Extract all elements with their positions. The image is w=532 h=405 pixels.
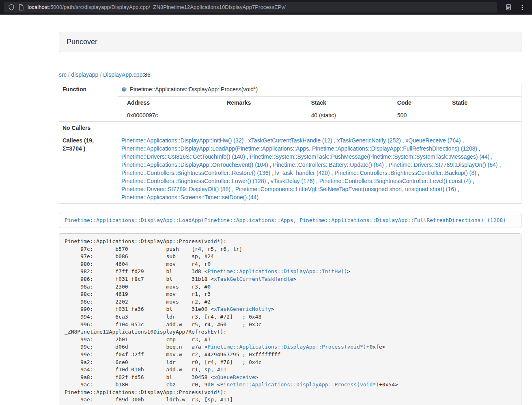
- static-value: [449, 109, 515, 122]
- breadcrumb: src / displayapp / DisplayApp.cpp:86: [59, 71, 521, 78]
- metrics-header-row: AddressRemarksStackCodeStatic: [124, 97, 515, 109]
- callee-link[interactable]: Pinetime::Controllers::Battery::Update()…: [273, 162, 384, 168]
- reader-mode-icon[interactable]: [503, 2, 514, 13]
- selected-callee-box: Pinetime::Applications::DisplayApp::Load…: [59, 213, 521, 228]
- symbol-link[interactable]: xTaskGetCurrentTaskHandle: [214, 276, 293, 282]
- breadcrumb-separator: /: [67, 71, 71, 78]
- callee-link[interactable]: vTaskDelay (176): [271, 178, 314, 184]
- url-text: localhost:5000/path/src/displayapp/Displ…: [28, 4, 286, 10]
- page-container: Puncover src / displayapp / DisplayApp.c…: [53, 32, 528, 405]
- callee-separator: ,: [268, 162, 273, 168]
- column-header: Stack: [308, 97, 394, 109]
- callee-separator: ,: [243, 137, 248, 144]
- page-info-icon[interactable]: [18, 4, 24, 11]
- no-callers-cell: [118, 122, 521, 134]
- code-line: 9a2: 6ce0 ldr r0, [r4, #76] ; 0x4c: [65, 359, 516, 366]
- cube-icon: [121, 86, 127, 94]
- stack-value: 40 (static): [308, 109, 394, 122]
- callee-link[interactable]: lv_task_handler (420): [275, 170, 330, 176]
- callees-row: Callees (19, Σ=3704 ) Pinetime::Applicat…: [59, 134, 521, 204]
- url-bar[interactable]: localhost:5000/path/src/displayapp/Displ…: [4, 2, 497, 13]
- breadcrumb-separator: /: [98, 71, 103, 78]
- code-line: 98a: 2300 movs r3, #0: [65, 283, 516, 291]
- metrics-value-row: 0x0000097c 40 (static) 500: [124, 109, 515, 122]
- symbol-link[interactable]: Pinetime::Applications::DisplayApp::Proc…: [207, 344, 366, 350]
- callee-separator: ,: [477, 145, 480, 152]
- callee-separator: ,: [456, 186, 459, 192]
- code-line: _ZN8Pinetime12Applications10DisplayApp7R…: [65, 328, 516, 336]
- page-title: Puncover: [67, 38, 97, 46]
- callee-separator: ,: [489, 153, 493, 160]
- function-table: Function Pinetime::Applications::Display…: [59, 83, 521, 204]
- code-line: 97e: b086 sub sp, #24: [65, 253, 516, 261]
- code-line: 9a4: f10d 010b add.w r1, sp, #11: [65, 366, 516, 374]
- code-line: 9ac: b180 cbz r0, 9d0 <Pinetime::Applica…: [65, 381, 516, 389]
- callee-link[interactable]: xTaskGetCurrentTaskHandle (12): [248, 137, 332, 144]
- selected-callee-link[interactable]: Pinetime::Applications::DisplayApp::Load…: [65, 217, 506, 223]
- callee-link[interactable]: Pinetime::Controllers::BrightnessControl…: [121, 170, 270, 176]
- callee-separator: ,: [314, 178, 319, 184]
- symbol-link[interactable]: xTaskGenericNotify: [214, 306, 271, 312]
- code-line: 982: f7ff fd29 bl 3d8 <Pinetime::Applica…: [65, 268, 516, 276]
- code-line: 996: f104 053c add.w r5, r4, #60 ; 0x3c: [65, 321, 516, 329]
- callee-separator: ,: [266, 178, 271, 184]
- remarks-value: [224, 109, 308, 122]
- column-header: Remarks: [224, 97, 308, 109]
- callee-link[interactable]: Pinetime::Drivers::Cst816S::GetTouchInfo…: [121, 153, 245, 160]
- code-line: 99a: 2b01 cmp r3, #1: [65, 336, 516, 344]
- code-line: 990: f031 fa36 bl 31e00 <xTaskGenericNot…: [65, 306, 516, 313]
- code-line: 99c: d06d beq.n a7a <Pinetime::Applicati…: [65, 343, 516, 351]
- divider: [59, 64, 521, 64]
- disassembly-code: Pinetime::Applications::DisplayApp::Proc…: [65, 238, 516, 405]
- callee-link[interactable]: Pinetime::Applications::DisplayApp::OnTo…: [121, 162, 268, 168]
- callee-separator: ,: [245, 153, 250, 160]
- callee-separator: ,: [461, 137, 464, 144]
- column-header: Static: [449, 97, 515, 109]
- callee-separator: ,: [471, 178, 474, 184]
- callees-label: Callees (19, Σ=3704 ): [59, 134, 118, 204]
- shield-icon[interactable]: [8, 4, 15, 11]
- column-header: Code: [394, 97, 449, 109]
- callee-separator: ,: [270, 170, 275, 176]
- code-line: 980: 4604 mov r4, r0: [65, 261, 516, 268]
- url-path: :5000/path/src/displayapp/DisplayApp.cpp…: [49, 4, 286, 10]
- callee-link[interactable]: Pinetime::System::SystemTask::PushMessag…: [250, 153, 490, 160]
- symbol-link[interactable]: Pinetime::Applications::DisplayApp::Init…: [207, 268, 347, 274]
- callee-link[interactable]: Pinetime::Applications::DisplayApp::Init…: [121, 137, 243, 144]
- breadcrumb-link[interactable]: displayapp: [71, 71, 98, 78]
- callee-link[interactable]: xTaskGenericNotify (252): [337, 137, 401, 144]
- function-row: Function Pinetime::Applications::Display…: [59, 83, 521, 97]
- callee-separator: ,: [476, 170, 480, 176]
- callee-link[interactable]: Pinetime::Drivers::St7789::DisplayOff() …: [121, 186, 230, 192]
- breadcrumb-link[interactable]: DisplayApp.cpp: [103, 71, 142, 78]
- code-line: 99e: f04f 32ff mov.w r2, #4294967295 ; 0…: [65, 351, 516, 359]
- callee-link[interactable]: Pinetime::Applications::Screens::Timer::…: [121, 194, 258, 200]
- function-name-cell: Pinetime::Applications::DisplayApp::Proc…: [118, 83, 521, 97]
- metrics-row: AddressRemarksStackCodeStatic 0x0000097c…: [59, 97, 521, 122]
- callee-separator: ,: [332, 137, 337, 144]
- callee-link[interactable]: Pinetime::Controllers::BrightnessControl…: [121, 178, 266, 184]
- browser-window: localhost:5000/path/src/displayapp/Displ…: [0, 0, 532, 405]
- function-label: Function: [59, 83, 118, 122]
- no-callers-row: No Callers: [59, 122, 521, 134]
- symbol-link[interactable]: xQueueReceive: [214, 374, 255, 380]
- callee-link[interactable]: xQueueReceive (764): [405, 137, 461, 144]
- function-name: Pinetime::Applications::DisplayApp::Proc…: [130, 86, 258, 93]
- symbol-link[interactable]: Pinetime::Applications::DisplayApp::Proc…: [220, 381, 379, 388]
- callee-separator: ,: [330, 170, 335, 176]
- code-line: 9a8: f02f fd56 bl 30458 <xQueueReceive>: [65, 374, 516, 381]
- callees-list: Pinetime::Applications::DisplayApp::Init…: [118, 134, 521, 204]
- code-line: 986: f031 f8c7 bl 31b18 <xTaskGetCurrent…: [65, 276, 516, 283]
- callee-link[interactable]: Pinetime::Components::LittleVgl::SetNewT…: [235, 186, 456, 192]
- kebab-menu-icon[interactable]: [517, 2, 528, 13]
- breadcrumb-link[interactable]: src: [59, 71, 67, 78]
- callee-link[interactable]: Pinetime::Controllers::BrightnessControl…: [319, 178, 471, 184]
- code-line: 9ae: f89d 300b ldrb.w r3, [sp, #11]: [65, 396, 516, 404]
- code-line: Pinetime::Applications::DisplayApp::Proc…: [65, 389, 516, 396]
- callee-link[interactable]: Pinetime::Drivers::St7789::DisplayOn() (…: [388, 162, 498, 168]
- code-line: Pinetime::Applications::DisplayApp::Proc…: [65, 238, 516, 246]
- app-header-panel: Puncover: [59, 32, 521, 52]
- code-line: 97c: b570 push {r4, r5, r6, lr}: [65, 246, 516, 253]
- callee-link[interactable]: Pinetime::Applications::DisplayApp::Load…: [121, 145, 477, 152]
- callee-link[interactable]: Pinetime::Controllers::BrightnessControl…: [334, 170, 476, 176]
